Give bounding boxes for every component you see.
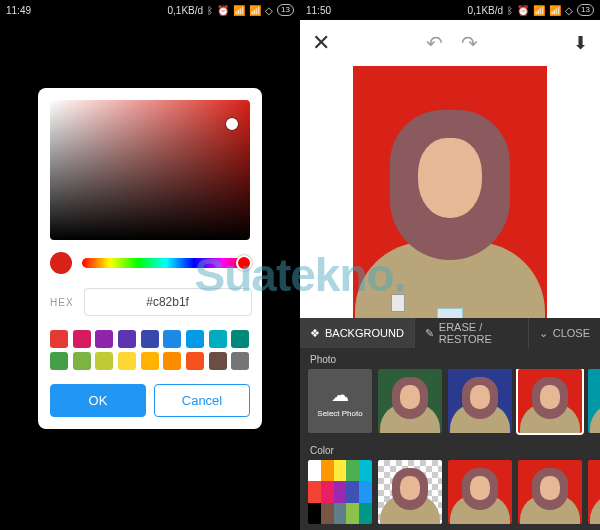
- status-net: 0,1KB/d: [168, 5, 204, 16]
- wifi-icon: ◇: [565, 5, 573, 16]
- swatch[interactable]: [209, 352, 227, 370]
- preset-swatches: [50, 330, 250, 370]
- swatch[interactable]: [73, 352, 91, 370]
- editor-canvas[interactable]: [300, 66, 600, 356]
- color-bg-thumb[interactable]: [448, 460, 512, 524]
- download-icon[interactable]: ⬇︎: [573, 32, 588, 54]
- photo-preview: [353, 66, 547, 352]
- swatch[interactable]: [186, 330, 204, 348]
- tab-close[interactable]: ⌄ CLOSE: [529, 318, 600, 348]
- section-label-color: Color: [310, 445, 590, 456]
- brush-icon: ✎: [425, 327, 434, 340]
- photo-bg-thumb[interactable]: [378, 369, 442, 433]
- status-net: 0,1KB/d: [468, 5, 504, 16]
- subject-face: [418, 138, 482, 218]
- tab-erase-restore[interactable]: ✎ ERASE / RESTORE: [414, 318, 529, 348]
- tab-background[interactable]: ❖ BACKGROUND: [300, 318, 414, 348]
- photo-bg-thumb[interactable]: [518, 369, 582, 433]
- sv-cursor[interactable]: [226, 118, 238, 130]
- photo-thumbnails: ☁ Select Photo: [300, 369, 600, 439]
- hue-cursor[interactable]: [236, 255, 252, 271]
- status-time: 11:49: [6, 5, 31, 16]
- chevron-down-icon: ⌄: [539, 327, 548, 340]
- bottom-panel: ❖ BACKGROUND ✎ ERASE / RESTORE ⌄ CLOSE P…: [300, 318, 600, 530]
- transparent-thumb[interactable]: [378, 460, 442, 524]
- hue-slider[interactable]: [82, 258, 250, 268]
- signal-icon: 📶: [549, 5, 561, 16]
- battery-icon: 13: [277, 4, 294, 16]
- swatch[interactable]: [141, 330, 159, 348]
- swatch[interactable]: [50, 352, 68, 370]
- bluetooth-icon: ᛒ: [507, 5, 513, 16]
- swatch[interactable]: [118, 330, 136, 348]
- swatch[interactable]: [95, 330, 113, 348]
- bluetooth-icon: ᛒ: [207, 5, 213, 16]
- signal-icon: 📶: [533, 5, 545, 16]
- swatch[interactable]: [186, 352, 204, 370]
- swatch[interactable]: [50, 330, 68, 348]
- editor-toolbar: ✕ ↶ ↷ ⬇︎: [300, 20, 600, 66]
- layers-icon: ❖: [310, 327, 320, 340]
- swatch[interactable]: [141, 352, 159, 370]
- signal-icon: 📶: [249, 5, 261, 16]
- panel-tabs: ❖ BACKGROUND ✎ ERASE / RESTORE ⌄ CLOSE: [300, 318, 600, 348]
- status-bar: 11:49 0,1KB/d ᛒ ⏰ 📶 📶 ◇ 13: [0, 0, 300, 20]
- alarm-icon: ⏰: [217, 5, 229, 16]
- cloud-upload-icon: ☁: [331, 384, 349, 406]
- select-photo-button[interactable]: ☁ Select Photo: [308, 369, 372, 433]
- saturation-value-area[interactable]: [50, 100, 250, 240]
- photo-bg-thumb[interactable]: [448, 369, 512, 433]
- wifi-icon: ◇: [265, 5, 273, 16]
- phone-screenshot-left: 11:49 0,1KB/d ᛒ ⏰ 📶 📶 ◇ 13: [0, 0, 300, 530]
- close-icon[interactable]: ✕: [312, 30, 330, 56]
- swatch[interactable]: [163, 352, 181, 370]
- status-bar: 11:50 0,1KB/d ᛒ ⏰ 📶 📶 ◇ 13: [300, 0, 600, 20]
- color-grid-thumb[interactable]: [308, 460, 372, 524]
- status-time: 11:50: [306, 5, 331, 16]
- ok-button[interactable]: OK: [50, 384, 146, 417]
- subject-badge: [391, 294, 405, 312]
- battery-icon: 13: [577, 4, 594, 16]
- color-bg-thumb[interactable]: [588, 460, 600, 524]
- color-bg-thumb[interactable]: [518, 460, 582, 524]
- undo-icon[interactable]: ↶: [426, 31, 443, 55]
- swatch[interactable]: [73, 330, 91, 348]
- phone-screenshot-right: 11:50 0,1KB/d ᛒ ⏰ 📶 📶 ◇ 13 ✕ ↶ ↷ ⬇︎: [300, 0, 600, 530]
- color-thumbnails: [300, 460, 600, 530]
- swatch[interactable]: [95, 352, 113, 370]
- cancel-button[interactable]: Cancel: [154, 384, 250, 417]
- color-picker-dialog: HEX OK Cancel: [38, 88, 262, 429]
- hex-label: HEX: [50, 297, 74, 308]
- swatch[interactable]: [163, 330, 181, 348]
- signal-icon: 📶: [233, 5, 245, 16]
- photo-bg-thumb[interactable]: [588, 369, 600, 433]
- swatch[interactable]: [209, 330, 227, 348]
- swatch[interactable]: [118, 352, 136, 370]
- swatch[interactable]: [231, 330, 249, 348]
- redo-icon[interactable]: ↷: [461, 31, 478, 55]
- color-preview-dot: [50, 252, 72, 274]
- hex-input[interactable]: [84, 288, 252, 316]
- swatch[interactable]: [231, 352, 249, 370]
- alarm-icon: ⏰: [517, 5, 529, 16]
- section-label-photo: Photo: [310, 354, 590, 365]
